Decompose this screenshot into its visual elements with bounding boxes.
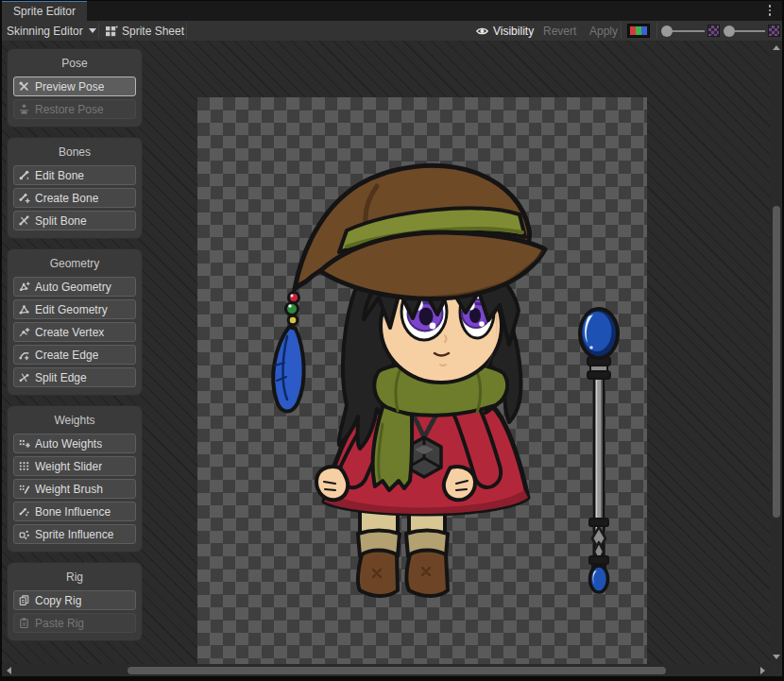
vertical-scroll-thumb[interactable] (773, 206, 780, 518)
button-create-edge[interactable]: Create Edge (13, 345, 136, 365)
copy-rig-icon (18, 594, 30, 606)
button-paste-rig[interactable]: Paste Rig (13, 613, 136, 633)
button-label: Edit Geometry (35, 303, 108, 316)
button-label: Create Bone (35, 192, 98, 205)
button-edit-geometry[interactable]: Edit Geometry (13, 299, 136, 319)
sprite-sheet-button[interactable]: Sprite Sheet (105, 21, 184, 41)
scroll-left-arrow-icon[interactable] (7, 667, 11, 674)
button-label: Create Vertex (35, 326, 104, 339)
button-label: Auto Geometry (35, 281, 111, 294)
horizontal-scroll-thumb[interactable] (128, 667, 666, 674)
bone-opacity-slider[interactable] (661, 21, 720, 41)
button-create-vertex[interactable]: Create Vertex (13, 322, 136, 342)
slider-track[interactable] (735, 30, 765, 32)
edit-geometry-icon (18, 303, 30, 315)
scroll-up-arrow-icon[interactable] (773, 45, 780, 50)
auto-weights-icon (18, 437, 30, 450)
mode-dropdown-label: Skinning Editor (7, 25, 83, 38)
button-label: Weight Brush (35, 483, 103, 496)
vertical-scrollbar[interactable] (770, 41, 782, 664)
weight-slider-icon (18, 460, 30, 472)
sprite-sheet-label: Sprite Sheet (122, 25, 184, 38)
chevron-down-icon (89, 28, 96, 33)
visibility-toggle[interactable]: Visibility (475, 21, 534, 41)
sprite-opacity-slider[interactable] (724, 21, 780, 41)
button-label: Paste Rig (35, 617, 84, 630)
button-restore-pose[interactable]: Restore Pose (13, 99, 136, 119)
scroll-right-arrow-icon[interactable] (760, 667, 765, 674)
panel-title: Pose (13, 57, 136, 70)
button-weight-slider[interactable]: Weight Slider (13, 456, 136, 476)
button-label: Sprite Influence (35, 528, 113, 541)
panel-bones: BonesEdit BoneCreate BoneSplit Bone (8, 138, 142, 238)
eye-icon (475, 25, 489, 38)
window-border (0, 0, 2, 681)
button-preview-pose[interactable]: Preview Pose (13, 77, 136, 96)
create-bone-icon (18, 192, 30, 204)
paste-rig-icon (18, 617, 30, 629)
panel-title: Weights (13, 414, 136, 427)
texture-opacity-icon (768, 25, 780, 37)
staff-sprite (580, 309, 618, 592)
button-split-bone[interactable]: Split Bone (13, 211, 136, 230)
button-auto-geometry[interactable]: Auto Geometry (13, 277, 136, 297)
button-label: Split Bone (35, 214, 87, 228)
panel-title: Geometry (13, 257, 136, 270)
button-split-edge[interactable]: Split Edge (13, 367, 136, 387)
horizontal-scrollbar[interactable] (2, 664, 770, 676)
slider-track[interactable] (673, 30, 705, 32)
window-border (0, 0, 784, 1)
character-sprite (197, 97, 647, 664)
button-create-bone[interactable]: Create Bone (13, 188, 136, 208)
character-hat (293, 165, 545, 298)
texture-opacity-icon (707, 25, 720, 37)
character-legs (358, 503, 448, 596)
bone-color-swatch[interactable] (627, 24, 650, 38)
button-label: Split Edge (35, 371, 87, 384)
button-label: Preview Pose (35, 80, 104, 94)
toolbar-separator (656, 23, 657, 39)
scroll-down-arrow-icon[interactable] (773, 655, 780, 659)
slider-handle[interactable] (724, 26, 735, 37)
button-bone-influence[interactable]: Bone Influence (13, 502, 136, 521)
restore-pose-icon (18, 103, 30, 115)
sprite-editor-window: Sprite Editor Skinning Editor Sprite She… (0, 0, 784, 681)
revert-label: Revert (543, 25, 576, 38)
toolbar: Skinning Editor Sprite Sheet Visibility … (0, 21, 784, 42)
button-label: Restore Pose (35, 103, 104, 116)
tab-label: Sprite Editor (13, 5, 76, 18)
create-edge-icon (18, 349, 30, 361)
sprite-canvas[interactable] (197, 97, 647, 664)
weight-brush-icon (18, 483, 30, 495)
panel-title: Rig (13, 570, 136, 584)
apply-button[interactable]: Apply (589, 21, 618, 41)
kebab-menu-icon[interactable] (765, 4, 775, 17)
panel-pose: PosePreview PoseRestore Pose (8, 49, 142, 127)
revert-button[interactable]: Revert (543, 21, 576, 41)
slider-handle[interactable] (661, 26, 673, 37)
sprite-sheet-icon (105, 25, 118, 38)
button-weight-brush[interactable]: Weight Brush (13, 479, 136, 499)
create-vertex-icon (18, 326, 30, 338)
character-hat-charm (273, 293, 303, 412)
button-auto-weights[interactable]: Auto Weights (13, 434, 136, 453)
button-label: Copy Rig (35, 594, 81, 607)
preview-pose-icon (18, 80, 30, 93)
split-bone-icon (18, 214, 30, 227)
button-label: Weight Slider (35, 460, 102, 473)
tab-sprite-editor[interactable]: Sprite Editor (2, 0, 87, 21)
split-edge-icon (18, 371, 30, 383)
edit-bone-icon (18, 169, 30, 181)
panel-geometry: GeometryAuto GeometryEdit GeometryCreate… (8, 249, 142, 395)
auto-geometry-icon (18, 281, 30, 293)
panel-rig: RigCopy RigPaste Rig (8, 563, 142, 640)
swatch-blue (641, 26, 647, 35)
button-edit-bone[interactable]: Edit Bone (13, 165, 136, 185)
apply-label: Apply (589, 25, 618, 38)
button-copy-rig[interactable]: Copy Rig (13, 590, 136, 610)
window-border (0, 676, 784, 681)
panel-weights: WeightsAuto WeightsWeight SliderWeight B… (8, 406, 142, 552)
button-label: Create Edge (35, 349, 98, 362)
mode-dropdown[interactable]: Skinning Editor (7, 21, 96, 41)
button-sprite-influence[interactable]: Sprite Influence (13, 524, 136, 544)
